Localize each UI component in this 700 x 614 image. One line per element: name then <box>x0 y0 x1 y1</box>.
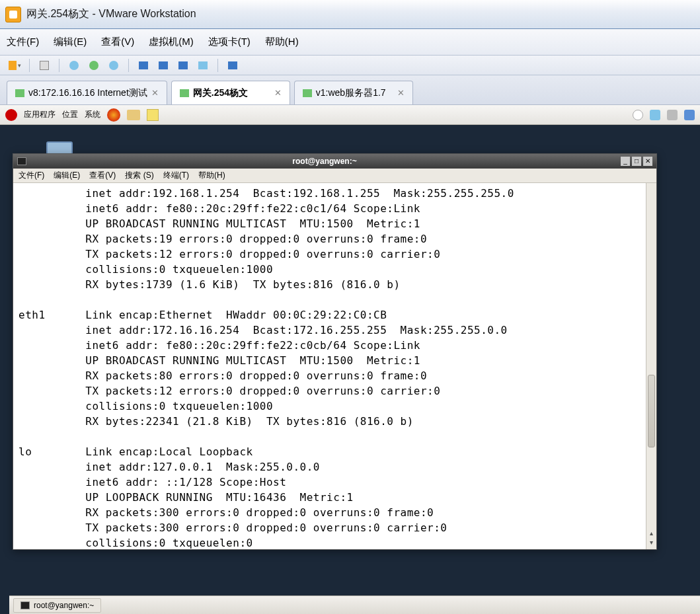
menu-file[interactable]: 文件(F) <box>7 36 39 48</box>
panel-applications[interactable]: 应用程序 <box>24 109 56 120</box>
view-console-button[interactable] <box>136 58 151 73</box>
vmware-menubar: 文件(F) 编辑(E) 查看(V) 虚拟机(M) 选项卡(T) 帮助(H) <box>0 29 700 56</box>
view-fullscreen-button[interactable] <box>155 58 171 73</box>
terminal-icon <box>20 601 30 609</box>
vm-tab-v8[interactable]: v8:172.16.16.16 Internet测试 ✕ <box>7 81 167 104</box>
redhat-icon <box>5 109 17 121</box>
separator <box>29 59 30 72</box>
close-icon[interactable]: ✕ <box>274 88 282 98</box>
network-icon[interactable] <box>650 110 660 120</box>
separator <box>217 59 218 72</box>
view-thumbnail-button[interactable] <box>195 58 211 73</box>
cpu-monitor-icon[interactable] <box>633 110 643 120</box>
term-menu-file[interactable]: 文件(F) <box>19 170 44 181</box>
taskbar-terminal[interactable]: root@yangwen:~ <box>13 598 101 613</box>
vm-running-icon <box>303 89 312 97</box>
vm-tab-label: 网关.254杨文 <box>193 87 248 99</box>
taskbar-label: root@yangwen:~ <box>34 601 94 610</box>
minimize-button[interactable]: _ <box>621 157 630 166</box>
snapshot-button[interactable] <box>36 58 52 73</box>
firefox-icon[interactable] <box>107 108 120 122</box>
scroll-down-icon[interactable]: ▾ <box>648 539 655 548</box>
close-icon[interactable]: ✕ <box>397 88 405 98</box>
menu-view[interactable]: 查看(V) <box>101 36 134 48</box>
snapshot-manage-button[interactable] <box>106 58 122 73</box>
vmware-toolbar <box>0 56 700 75</box>
vmware-logo-icon <box>5 7 21 22</box>
separator <box>59 59 59 72</box>
panel-places[interactable]: 位置 <box>62 109 78 120</box>
fullscreen-button[interactable] <box>225 58 241 73</box>
window-title: 网关.254杨文 - VMware Workstation <box>26 7 196 21</box>
snapshot-take-button[interactable] <box>66 58 82 73</box>
terminal-output[interactable]: inet addr:192.168.1.254 Bcast:192.168.1.… <box>13 183 656 549</box>
vmware-titlebar: 网关.254杨文 - VMware Workstation <box>0 0 700 29</box>
gnome-panel-top: 应用程序 位置 系统 <box>0 105 700 125</box>
scroll-up-icon[interactable]: ▴ <box>648 529 655 539</box>
menu-edit[interactable]: 编辑(E) <box>54 36 87 48</box>
nautilus-icon[interactable] <box>127 110 140 120</box>
vm-tab-label: v1:web服务器1.7 <box>316 87 386 99</box>
guest-desktop: 应用程序 位置 系统 root@yangwen:~ _ □ ✕ 文件(F) 编辑… <box>0 105 700 614</box>
view-unity-button[interactable] <box>175 58 191 73</box>
snapshot-revert-button[interactable] <box>86 58 102 73</box>
panel-system[interactable]: 系统 <box>85 109 100 120</box>
terminal-body: inet addr:192.168.1.254 Bcast:192.168.1.… <box>13 183 656 549</box>
terminal-menubar: 文件(F) 编辑(E) 查看(V) 搜索 (S) 终端(T) 帮助(H) <box>13 169 656 183</box>
gedit-icon[interactable] <box>147 109 159 121</box>
terminal-icon <box>17 157 26 165</box>
scrollbar-thumb[interactable] <box>648 375 655 447</box>
terminal-window: root@yangwen:~ _ □ ✕ 文件(F) 编辑(E) 查看(V) 搜… <box>13 153 657 550</box>
power-button[interactable] <box>7 58 22 73</box>
close-button[interactable]: ✕ <box>643 157 652 166</box>
term-menu-search[interactable]: 搜索 (S) <box>125 170 153 181</box>
close-icon[interactable]: ✕ <box>151 88 159 98</box>
vm-running-icon <box>180 89 189 97</box>
separator <box>128 59 129 72</box>
menu-vm[interactable]: 虚拟机(M) <box>149 36 194 48</box>
term-menu-edit[interactable]: 编辑(E) <box>54 170 80 181</box>
terminal-title: root@yangwen:~ <box>30 157 619 166</box>
vm-tab-gateway[interactable]: 网关.254杨文 ✕ <box>171 81 290 104</box>
menu-tabs[interactable]: 选项卡(T) <box>208 36 251 48</box>
term-menu-view[interactable]: 查看(V) <box>89 170 116 181</box>
term-menu-help[interactable]: 帮助(H) <box>198 170 225 181</box>
terminal-titlebar[interactable]: root@yangwen:~ _ □ ✕ <box>13 154 656 169</box>
vm-running-icon <box>15 89 24 97</box>
maximize-button[interactable]: □ <box>632 157 641 166</box>
volume-icon[interactable] <box>667 110 678 120</box>
vm-tab-v1[interactable]: v1:web服务器1.7 ✕ <box>294 81 413 104</box>
term-menu-terminal[interactable]: 终端(T) <box>163 170 189 181</box>
vm-tabs: v8:172.16.16.16 Internet测试 ✕ 网关.254杨文 ✕ … <box>0 75 700 105</box>
vm-tab-label: v8:172.16.16.16 Internet测试 <box>28 87 147 99</box>
gnome-panel-bottom: root@yangwen:~ <box>9 595 700 614</box>
terminal-scrollbar[interactable]: ▴ ▾ <box>646 183 656 549</box>
menu-help[interactable]: 帮助(H) <box>265 36 299 48</box>
bluetooth-icon[interactable] <box>684 110 695 120</box>
